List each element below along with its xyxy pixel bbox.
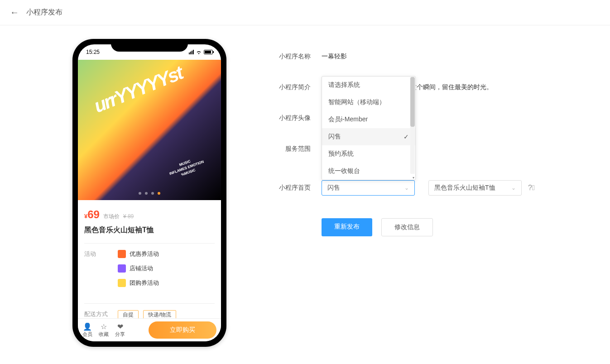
- user-icon: 👤: [82, 322, 92, 331]
- activity-section: 活动 优惠券活动 店铺活动: [84, 243, 215, 295]
- carousel-dot[interactable]: [139, 192, 141, 195]
- status-icons: [189, 50, 213, 54]
- back-arrow-icon[interactable]: ←: [10, 7, 19, 18]
- activity-item[interactable]: 团购券活动: [118, 279, 159, 287]
- product-hero: urrYYYYYst MUSIC INFLAMES EMOTION %MUSIC: [78, 60, 221, 200]
- orig-price: ¥ 89: [123, 213, 134, 220]
- select-value: 黑色音乐火山短袖T恤: [434, 184, 495, 192]
- current-price: ¥69: [84, 208, 100, 221]
- dropdown-item[interactable]: 预约系统: [322, 145, 415, 163]
- phone-notch: [111, 39, 188, 52]
- system-dropdown[interactable]: 请选择系统 智能网站（移动端） 会员i-Member 闪售 ✓ 预约系统 统一收…: [322, 76, 416, 180]
- shipping-label: 配送方式: [84, 310, 116, 318]
- favorite-button[interactable]: ☆ 收藏: [99, 322, 109, 338]
- chevron-down-icon: ⌄: [511, 185, 516, 191]
- member-button[interactable]: 👤 会员: [82, 322, 92, 338]
- form-row-desc: 小程序简介 一幕轻影专注于婚纱摄影，捕捉这个瞬间，留住最美的时光。: [272, 83, 583, 91]
- activity-list: 优惠券活动 店铺活动 团购券活动: [118, 250, 159, 293]
- product-title: 黑色音乐火山短袖T恤: [84, 225, 215, 235]
- carousel-dots[interactable]: [139, 192, 160, 195]
- dropdown-item-selected[interactable]: 闪售 ✓: [322, 128, 415, 145]
- wifi-icon: [196, 50, 202, 54]
- dropdown-item[interactable]: 请选择系统: [322, 77, 415, 94]
- hero-brand-text: urrYYYYYst: [91, 62, 186, 117]
- activity-label: 活动: [84, 250, 116, 258]
- republish-button[interactable]: 重新发布: [322, 218, 372, 236]
- phone-preview: 15:25 urrYYYYYst MUSIC INFLAMES EMOTION: [72, 39, 226, 347]
- page-title: 小程序发布: [26, 8, 62, 17]
- status-time: 15:25: [86, 49, 100, 55]
- activity-item[interactable]: 店铺活动: [118, 264, 159, 273]
- signal-icon: [189, 50, 194, 54]
- select-value: 闪售: [327, 184, 340, 192]
- price-row: ¥69 市场价 ¥ 89: [84, 208, 215, 221]
- carousel-dot-active[interactable]: [158, 192, 160, 195]
- coupon-icon: [118, 250, 126, 258]
- home-select-system[interactable]: 闪售 ⌄: [322, 180, 415, 196]
- star-icon: ☆: [99, 322, 109, 331]
- name-value: 一幕轻影: [322, 53, 347, 61]
- form-row-name: 小程序名称 一幕轻影: [272, 53, 583, 61]
- scroll-down-icon[interactable]: ▾: [413, 176, 414, 180]
- chevron-down-icon: ⌄: [404, 185, 409, 191]
- battery-icon: [204, 50, 213, 54]
- form-row-home: 小程序首页 闪售 ⌄ 黑色音乐火山短袖T恤 ⌄ ?⃝ 请选择系统 智能网站（移动…: [272, 180, 583, 196]
- scrollbar-thumb[interactable]: [410, 77, 415, 127]
- page-header: ← 小程序发布: [0, 0, 610, 25]
- phone-frame: 15:25 urrYYYYYst MUSIC INFLAMES EMOTION: [72, 39, 226, 347]
- share-icon: ❤︎: [115, 322, 125, 331]
- product-body: ¥69 市场价 ¥ 89 黑色音乐火山短袖T恤 活动 优惠券活动: [78, 200, 221, 326]
- main-content: 15:25 urrYYYYYst MUSIC INFLAMES EMOTION: [0, 25, 610, 360]
- phone-screen: 15:25 urrYYYYYst MUSIC INFLAMES EMOTION: [78, 44, 221, 341]
- bottom-bar: 👤 会员 ☆ 收藏 ❤︎ 分享 立即购买: [78, 318, 221, 341]
- dropdown-item[interactable]: 智能网站（移动端）: [322, 94, 415, 111]
- form-row-scope: 服务范围: [272, 145, 583, 153]
- dropdown-item[interactable]: 统一收银台: [322, 163, 415, 180]
- orig-price-label: 市场价: [103, 213, 120, 220]
- help-icon[interactable]: ?⃝: [528, 184, 535, 192]
- buy-now-button[interactable]: 立即购买: [149, 321, 216, 339]
- edit-info-button[interactable]: 修改信息: [381, 218, 433, 236]
- hero-slogan: MUSIC INFLAMES EMOTION %MUSIC: [167, 155, 206, 182]
- home-select-page[interactable]: 黑色音乐火山短袖T恤 ⌄: [428, 180, 522, 196]
- button-row: 重新发布 修改信息: [322, 218, 583, 236]
- name-label: 小程序名称: [272, 53, 322, 61]
- share-button[interactable]: ❤︎ 分享: [115, 322, 125, 338]
- scope-label: 服务范围: [272, 145, 322, 153]
- form-panel: 小程序名称 一幕轻影 小程序简介 一幕轻影专注于婚纱摄影，捕捉这个瞬间，留住最美…: [272, 39, 583, 347]
- carousel-dot[interactable]: [151, 192, 154, 195]
- home-label: 小程序首页: [272, 184, 322, 192]
- activity-item[interactable]: 优惠券活动: [118, 250, 159, 258]
- form-row-avatar: 小程序头像: [272, 114, 583, 122]
- carousel-dot[interactable]: [145, 192, 148, 195]
- store-icon: [118, 264, 126, 273]
- group-icon: [118, 279, 126, 287]
- dropdown-scrollbar[interactable]: [410, 77, 415, 174]
- dropdown-item[interactable]: 会员i-Member: [322, 111, 415, 128]
- avatar-label: 小程序头像: [272, 114, 322, 122]
- desc-label: 小程序简介: [272, 83, 322, 91]
- check-icon: ✓: [403, 133, 409, 140]
